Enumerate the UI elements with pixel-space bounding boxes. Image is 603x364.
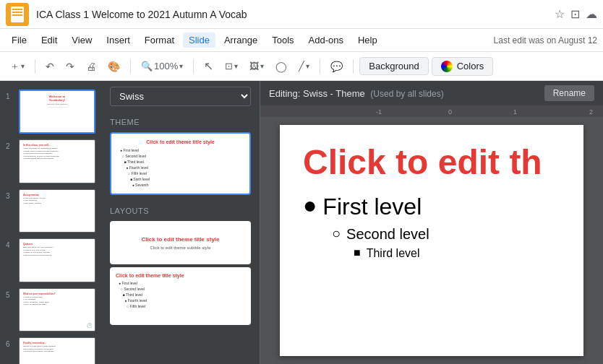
menu-bar: File Edit View Insert Format Slide Arran…	[0, 29, 603, 52]
separator-1	[35, 59, 35, 74]
main-area: 1 Welcome toVocabulary! Instructor: Chri…	[0, 81, 603, 364]
menu-view[interactable]: View	[66, 32, 98, 48]
slide-thumb-5[interactable]: What are your responsibilities? • Come t…	[19, 288, 95, 332]
zoom-chevron-icon: ▾	[179, 62, 183, 70]
separator-5	[353, 59, 354, 74]
slide-item-2[interactable]: 2 In this class, you will... • have voca…	[0, 136, 101, 186]
editing-prefix: Editing: Swiss - Theme	[269, 88, 365, 99]
bullet-second-level: ○ Second level	[332, 226, 560, 243]
line-icon: ╱	[299, 61, 304, 72]
theme-selector[interactable]: Swiss	[110, 87, 251, 106]
menu-insert[interactable]: Insert	[100, 32, 136, 48]
chevron-down-icon: ▾	[21, 62, 25, 70]
bullet-text-2: Second level	[346, 226, 429, 243]
editing-used: (Used by all slides)	[370, 89, 443, 99]
textbox-icon: ⊡	[225, 61, 233, 72]
menu-edit[interactable]: Edit	[35, 32, 63, 48]
canvas-area: Editing: Swiss - Theme (Used by all slid…	[260, 81, 603, 364]
menu-tools[interactable]: Tools	[266, 32, 299, 48]
slide-num-3: 3	[6, 192, 14, 200]
layout-title-1: Click to edit theme title style	[141, 236, 219, 243]
menu-arrange[interactable]: Arrange	[218, 32, 263, 48]
slide-num-6: 6	[6, 340, 14, 348]
layouts-section: LAYOUTS Click to edit theme title style …	[101, 201, 260, 325]
paint-format-button[interactable]: 🎨	[103, 58, 124, 75]
comment-button[interactable]: 💬	[326, 58, 347, 75]
colors-label: Colors	[457, 61, 484, 72]
slides-panel: 1 Welcome toVocabulary! Instructor: Chri…	[0, 81, 101, 364]
svg-text:1: 1	[513, 108, 517, 116]
separator-4	[320, 59, 320, 74]
background-button[interactable]: Background	[359, 57, 428, 75]
theme-header: Swiss	[101, 81, 260, 112]
slide-item-5[interactable]: 5 What are your responsibilities? • Come…	[0, 285, 101, 335]
slide-num-4: 4	[6, 241, 14, 249]
slide-item-6[interactable]: 6 Finally, remember... We are in a safe …	[0, 334, 101, 364]
color-circle-icon	[441, 61, 453, 72]
slide-num-1: 1	[6, 92, 14, 100]
bullet-dot-3: ■	[354, 247, 361, 259]
line-chevron-icon: ▾	[306, 62, 309, 70]
textbox-dropdown[interactable]: ⊡ ▾	[221, 58, 242, 74]
zoom-dropdown[interactable]: 🔍 100% ▾	[137, 58, 187, 74]
rename-button[interactable]: Rename	[544, 85, 594, 101]
bullet-third-level: ■ Third level	[354, 247, 560, 260]
menu-addons[interactable]: Add-ons	[303, 32, 349, 48]
editing-text: Editing: Swiss - Theme (Used by all slid…	[269, 88, 444, 99]
star-icon[interactable]: ☆	[555, 7, 565, 21]
slide-thumb-6[interactable]: Finally, remember... We are in a safe pl…	[19, 337, 95, 364]
app-icon-inner	[11, 6, 24, 22]
theme-section-label: THEME	[101, 112, 260, 129]
slide-item-3[interactable]: 3 Assignments On the unit flipside, you …	[0, 186, 101, 236]
menu-file[interactable]: File	[6, 32, 33, 48]
drive-icon[interactable]: ⊡	[570, 7, 580, 21]
insert-dropdown[interactable]: ＋ ▾	[6, 57, 29, 76]
bullet-text-3: Third level	[367, 247, 420, 260]
theme-card-main[interactable]: Click to edit theme title style ● First …	[110, 132, 251, 195]
document-title: ICA Class 1 Welcome to 2021 Autumn A Voc…	[36, 9, 555, 20]
layout-card2-lines: ● First level ○ Second level ■ Third lev…	[116, 280, 245, 309]
slide-thumb-4[interactable]: Quizzes Each quiz will be out. The vocab…	[19, 238, 95, 282]
slide-thumb-3[interactable]: Assignments On the unit flipside, you wi…	[19, 189, 95, 233]
bullet-first-level: ● First level	[303, 194, 560, 220]
shape-tool[interactable]: ◯	[271, 58, 291, 75]
layout-card-2[interactable]: Click to edit theme title style ● First …	[110, 267, 251, 325]
layout-subtitle-1: Click to edit theme subtitle style	[150, 246, 210, 250]
separator-2	[130, 59, 131, 74]
menu-format[interactable]: Format	[139, 32, 180, 48]
layouts-section-label: LAYOUTS	[101, 201, 260, 218]
slide-thumb-2[interactable]: In this class, you will... • have vocabu…	[19, 139, 95, 183]
redo-button[interactable]: ↷	[61, 58, 79, 75]
slide-item-1[interactable]: 1 Welcome toVocabulary! Instructor: Chri…	[0, 87, 101, 136]
image-dropdown[interactable]: 🖼 ▾	[245, 58, 268, 74]
slide-thumb-1[interactable]: Welcome toVocabulary! Instructor: Chris …	[19, 90, 95, 134]
zoom-icon: 🔍	[141, 61, 153, 72]
theme-card-inner: Click to edit theme title style ● First …	[111, 134, 249, 194]
image-icon: 🖼	[249, 61, 259, 72]
print-button[interactable]: 🖨	[82, 58, 100, 75]
ruler-svg: -1 0 1 2 3	[260, 105, 603, 117]
menu-slide[interactable]: Slide	[183, 32, 215, 48]
title-bar: ICA Class 1 Welcome to 2021 Autumn A Voc…	[0, 0, 603, 29]
slide-canvas[interactable]: Click to edit th ● First level ○ Second …	[280, 125, 583, 356]
theme-card-title: Click to edit theme title style	[117, 139, 244, 144]
textbox-chevron-icon: ▾	[234, 62, 238, 70]
svg-text:0: 0	[448, 108, 452, 116]
cursor-tool[interactable]: ↖	[200, 56, 218, 76]
theme-card-lines: ● First level ○ Second level ■ Third lev…	[117, 147, 244, 188]
svg-text:-1: -1	[376, 108, 382, 116]
canvas-main-title: Click to edit th	[303, 142, 560, 182]
slide-canvas-wrapper: Click to edit th ● First level ○ Second …	[260, 117, 603, 364]
cloud-icon[interactable]: ☁	[586, 7, 597, 21]
layout-card2-title: Click to edit theme title style	[116, 273, 245, 278]
slide-item-4[interactable]: 4 Quizzes Each quiz will be out. The voc…	[0, 235, 101, 285]
line-dropdown[interactable]: ╱ ▾	[294, 58, 314, 74]
colors-button[interactable]: Colors	[432, 57, 494, 76]
layout-card-1[interactable]: Click to edit theme title style Click to…	[110, 221, 251, 264]
menu-help[interactable]: Help	[352, 32, 383, 48]
slide-num-5: 5	[6, 291, 14, 299]
toolbar: ＋ ▾ ↶ ↷ 🖨 🎨 🔍 100% ▾ ↖ ⊡ ▾ 🖼 ▾ ◯ ╱ ▾ 💬 B…	[0, 52, 603, 81]
slide-num-2: 2	[6, 142, 14, 150]
undo-button[interactable]: ↶	[41, 58, 59, 75]
editing-bar: Editing: Swiss - Theme (Used by all slid…	[260, 81, 603, 105]
